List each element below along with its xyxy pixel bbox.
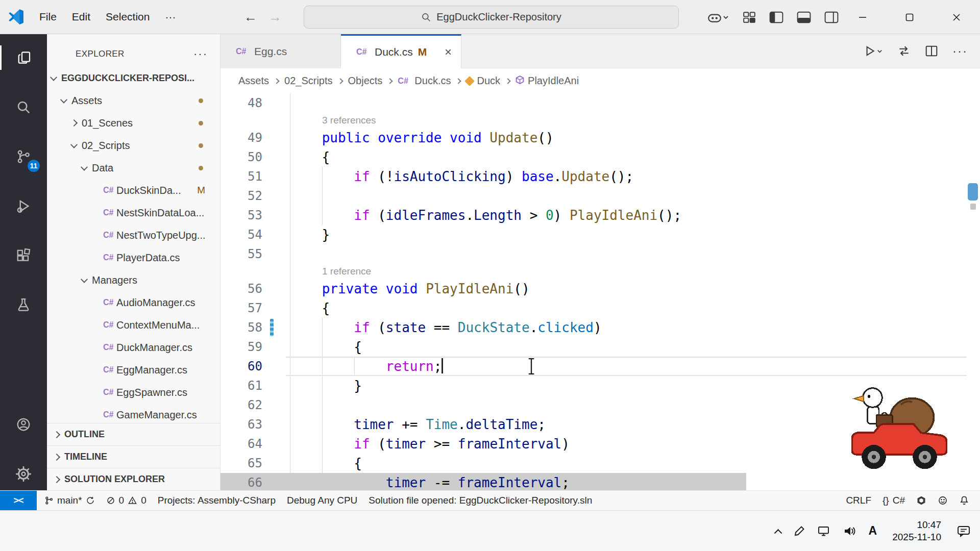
tree-item-contextmenuma[interactable]: C#ContextMenuMa...	[47, 314, 220, 336]
network-icon[interactable]	[818, 525, 831, 537]
toggle-panel-button[interactable]	[797, 11, 811, 23]
editor-more-actions[interactable]: ···	[952, 44, 968, 58]
maximize-button[interactable]	[886, 0, 933, 34]
codelens-references[interactable]: 3 references	[220, 113, 980, 128]
forward-button[interactable]: →	[268, 9, 282, 25]
breadcrumb-item-duck[interactable]: Duck	[466, 75, 500, 87]
breadcrumb-item-assets[interactable]: Assets	[238, 75, 269, 87]
git-branch-status[interactable]: main*	[39, 491, 101, 510]
taskbar-clock[interactable]: 10:47 2025-11-10	[892, 519, 941, 543]
remote-indicator[interactable]: ><	[0, 491, 37, 510]
breadcrumb-item-duck-cs[interactable]: C#Duck.cs	[398, 75, 451, 87]
open-changes-button[interactable]	[897, 44, 911, 58]
code-line-51[interactable]: 51 if (!isAutoClicking) base.Update();	[220, 167, 980, 186]
extensions-icon[interactable]	[0, 243, 47, 268]
menu-overflow[interactable]: ···	[157, 7, 183, 27]
tree-item-duckskinda[interactable]: C#DuckSkinDa...M	[47, 179, 220, 202]
code-line-48[interactable]: 48	[220, 93, 980, 113]
tree-item-gamemanager-cs[interactable]: C#GameManager.cs	[47, 404, 220, 423]
tree-item-eggduckclicker-reposi[interactable]: EGGDUCKCLICKER-REPOSI...	[47, 67, 220, 89]
notifications-bell-icon[interactable]	[953, 491, 975, 510]
problems-status[interactable]: 0 0	[101, 491, 152, 510]
code-line-57[interactable]: 57 {	[220, 298, 980, 318]
menu-selection[interactable]: Selection	[98, 7, 157, 27]
testing-icon[interactable]	[0, 293, 47, 317]
tab-duck-cs[interactable]: C#Duck.csM×	[341, 34, 461, 68]
split-editor-button[interactable]	[925, 44, 938, 58]
close-tab-icon[interactable]: ×	[445, 45, 452, 59]
codelens-references[interactable]: 1 reference	[220, 264, 980, 279]
tree-item-duckmanager-cs[interactable]: C#DuckManager.cs	[47, 336, 220, 359]
ime-language-indicator[interactable]: A	[869, 524, 877, 538]
notification-center-icon[interactable]	[957, 524, 971, 538]
code-line-56[interactable]: 56 private void PlayIdleAni()	[220, 279, 980, 298]
code-line-59[interactable]: 59 {	[220, 337, 980, 357]
breadcrumb-item-objects[interactable]: Objects	[348, 75, 383, 87]
tree-item-data[interactable]: Data	[47, 157, 220, 179]
line-number: 63	[220, 415, 290, 434]
feedback-smiley-icon[interactable]	[932, 491, 953, 510]
tree-item-eggmanager-cs[interactable]: C#EggManager.cs	[47, 359, 220, 381]
tray-expand-icon[interactable]	[775, 528, 781, 534]
modified-dot-badge	[199, 143, 203, 148]
tree-item-label: EggSpawner.cs	[116, 387, 187, 398]
run-button[interactable]	[863, 44, 883, 58]
chevron-down-icon	[50, 74, 57, 81]
run-debug-icon[interactable]	[0, 194, 47, 218]
menu-edit[interactable]: Edit	[64, 7, 98, 27]
search-view-icon[interactable]	[0, 95, 47, 119]
back-button[interactable]: ←	[244, 9, 257, 25]
section-solution-explorer[interactable]: SOLUTION EXPLORER	[47, 468, 220, 490]
unity-icon[interactable]	[911, 491, 932, 510]
code-line-52[interactable]: 52	[220, 186, 980, 206]
code-line-50[interactable]: 50 {	[220, 147, 980, 167]
build-config-status[interactable]: Debug Any CPU	[281, 491, 363, 510]
tree-item-label: Data	[92, 162, 113, 174]
tree-item-managers[interactable]: Managers	[47, 269, 220, 291]
tab-egg-cs[interactable]: C#Egg.cs	[220, 34, 341, 68]
section-outline[interactable]: OUTLINE	[47, 423, 220, 445]
menu-file[interactable]: File	[32, 7, 64, 27]
settings-gear-icon[interactable]	[0, 462, 47, 486]
minimize-button[interactable]	[839, 0, 886, 34]
breadcrumb-label: 02_Scripts	[284, 75, 333, 87]
eol-status[interactable]: CRLF	[840, 491, 877, 510]
toggle-primary-sidebar-button[interactable]	[769, 11, 783, 23]
customize-layout-button[interactable]	[743, 11, 756, 23]
tree-item-assets[interactable]: Assets	[47, 89, 220, 112]
explorer-more-actions[interactable]: ···	[193, 47, 208, 61]
accounts-icon[interactable]	[0, 412, 47, 437]
solution-status[interactable]: Solution file opened: EggDuckClicker-Rep…	[363, 491, 598, 510]
source-control-icon[interactable]: 11	[0, 144, 47, 169]
code-line-58[interactable]: 58 if (state == DuckState.clicked)	[220, 318, 980, 337]
volume-icon[interactable]	[843, 525, 856, 537]
tree-item-playerdata-cs[interactable]: C#PlayerData.cs	[47, 246, 220, 269]
section-timeline[interactable]: TIMELINE	[47, 445, 220, 468]
explorer-icon[interactable]	[0, 45, 47, 70]
close-button[interactable]	[933, 0, 980, 34]
code-line-54[interactable]: 54 }	[220, 225, 980, 244]
scrollbar-thumb[interactable]	[968, 183, 978, 201]
code-line-55[interactable]: 55	[220, 244, 980, 264]
tree-item-audiomanager-cs[interactable]: C#AudioManager.cs	[47, 291, 220, 314]
code-line-53[interactable]: 53 if (idleFrames.Length > 0) PlayIdleAn…	[220, 206, 980, 225]
chevron-right-icon	[505, 78, 510, 84]
line-number: 49	[220, 128, 290, 147]
language-status[interactable]: {}C#	[877, 491, 911, 510]
copilot-button[interactable]	[707, 11, 729, 24]
tree-item-02-scripts[interactable]: 02_Scripts	[47, 134, 220, 157]
tree-item-nesttwotypeupg[interactable]: C#NestTwoTypeUpg...	[47, 224, 220, 246]
code-line-49[interactable]: 49 public override void Update()	[220, 128, 980, 147]
tree-item-01-scenes[interactable]: 01_Scenes	[47, 112, 220, 134]
breadcrumb-item-playidleani[interactable]: PlayIdleAni	[516, 75, 579, 87]
pen-icon[interactable]	[793, 525, 805, 537]
tree-item-eggspawner-cs[interactable]: C#EggSpawner.cs	[47, 381, 220, 404]
projects-status[interactable]: Projects: Assembly-CSharp	[152, 491, 281, 510]
code-line-60[interactable]: 60 return;	[220, 357, 980, 376]
toggle-secondary-sidebar-button[interactable]	[824, 11, 839, 23]
tree-item-nestskindataloa[interactable]: C#NestSkinDataLoa...	[47, 202, 220, 224]
command-center-search[interactable]: EggDuckClicker-Repository	[304, 6, 679, 29]
clock-time: 10:47	[892, 519, 941, 531]
code-line-text: return;	[290, 357, 443, 376]
breadcrumb-item-02-scripts[interactable]: 02_Scripts	[284, 75, 333, 87]
